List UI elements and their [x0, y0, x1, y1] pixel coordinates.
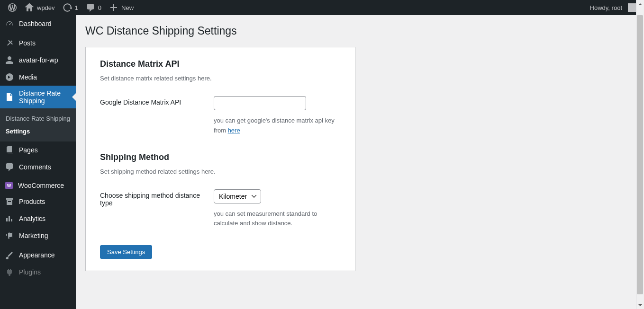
- sidebar-item-dashboard[interactable]: Dashboard: [0, 15, 76, 32]
- section-desc: Set distance matrix related settings her…: [100, 75, 341, 82]
- comment-icon: [86, 3, 95, 12]
- pin-icon: [5, 38, 14, 48]
- update-icon: [63, 3, 72, 12]
- site-name-label: wpdev: [37, 4, 55, 11]
- settings-card: Distance Matrix API Set distance matrix …: [85, 47, 355, 271]
- main-content: WC Distance Shipping Settings Distance M…: [76, 15, 644, 309]
- submenu-item-distance-rate-shipping[interactable]: Distance Rate Shipping: [0, 112, 76, 125]
- scrollbar[interactable]: [636, 0, 644, 309]
- sidebar-item-label: Distance Rate Shipping: [19, 89, 72, 105]
- woocommerce-icon: W: [5, 182, 13, 189]
- admin-bar-left: wpdev 1 0 New: [4, 0, 137, 15]
- sidebar-item-label: Products: [19, 198, 45, 205]
- sidebar-item-label: Comments: [19, 163, 51, 171]
- wp-logo-menu[interactable]: [4, 0, 21, 15]
- dashboard-icon: [5, 19, 14, 28]
- sidebar-item-avatar-for-wp[interactable]: avatar-for-wp: [0, 52, 76, 69]
- sidebar-item-plugins[interactable]: Plugins: [0, 264, 76, 281]
- scrollbar-down-arrow[interactable]: [636, 301, 644, 309]
- google-api-key-input[interactable]: [214, 96, 306, 110]
- admin-bar-right: Howdy, root: [586, 0, 640, 15]
- chart-bar-icon: [5, 214, 14, 223]
- sidebar-item-marketing[interactable]: Marketing: [0, 227, 76, 244]
- admin-sidebar: Dashboard Posts avatar-for-wp Media Dis: [0, 15, 76, 309]
- section-desc: Set shipping method related settings her…: [100, 168, 341, 175]
- section-title-api: Distance Matrix API: [100, 59, 341, 69]
- api-key-link[interactable]: here: [228, 127, 240, 134]
- home-icon: [25, 3, 34, 12]
- form-label-api: Google Distance Matrix API: [100, 96, 204, 106]
- section-title-shipping: Shipping Method: [100, 152, 341, 162]
- sidebar-item-label: Media: [19, 73, 37, 81]
- scrollbar-up-arrow[interactable]: [636, 0, 644, 8]
- sidebar-item-posts[interactable]: Posts: [0, 35, 76, 52]
- sidebar-item-label: Analytics: [19, 215, 45, 222]
- form-row-distance-type: Choose shipping method distance type Kil…: [100, 189, 341, 229]
- new-content-menu[interactable]: New: [105, 0, 137, 15]
- submenu-item-settings[interactable]: Settings: [0, 125, 76, 138]
- sidebar-item-label: Appearance: [19, 251, 55, 259]
- site-name-menu[interactable]: wpdev: [21, 0, 59, 15]
- sidebar-item-distance-rate-shipping[interactable]: Distance Rate Shipping: [0, 86, 76, 108]
- person-icon: [5, 55, 14, 65]
- save-settings-button[interactable]: Save Settings: [100, 245, 152, 259]
- field-help-text: you can set measurement standard to calc…: [214, 209, 341, 229]
- sidebar-item-media[interactable]: Media: [0, 69, 76, 86]
- sidebar-item-label: WooCommerce: [18, 182, 64, 189]
- plugin-icon: [5, 267, 14, 277]
- megaphone-icon: [5, 231, 14, 240]
- brush-icon: [5, 250, 14, 260]
- sidebar-item-label: avatar-for-wp: [19, 56, 58, 64]
- plus-icon: [109, 3, 118, 12]
- archive-icon: [5, 197, 14, 206]
- form-label-distance-type: Choose shipping method distance type: [100, 189, 204, 207]
- my-account-menu[interactable]: Howdy, root: [586, 0, 640, 15]
- form-row-api-key: Google Distance Matrix API you can get g…: [100, 96, 341, 136]
- sidebar-item-label: Pages: [19, 146, 38, 154]
- page-icon: [5, 92, 14, 102]
- admin-bar: wpdev 1 0 New Howdy, root: [0, 0, 644, 15]
- distance-type-select[interactable]: Kilometer: [214, 189, 261, 203]
- sidebar-item-appearance[interactable]: Appearance: [0, 247, 76, 264]
- sidebar-item-products[interactable]: Products: [0, 193, 76, 210]
- howdy-label: Howdy, root: [590, 4, 622, 11]
- sidebar-item-woocommerce[interactable]: W WooCommerce: [0, 178, 76, 193]
- sidebar-item-label: Marketing: [19, 232, 48, 239]
- submenu: Distance Rate Shipping Settings: [0, 108, 76, 141]
- avatar: [628, 3, 636, 12]
- updates-count: 1: [75, 4, 78, 11]
- updates-menu[interactable]: 1: [59, 0, 82, 15]
- form-field: you can get google's distance matrix api…: [214, 96, 341, 136]
- new-label: New: [121, 4, 134, 11]
- sidebar-item-label: Plugins: [19, 268, 41, 276]
- comments-icon: [5, 162, 14, 172]
- sidebar-item-comments[interactable]: Comments: [0, 159, 76, 176]
- field-help-text: you can get google's distance matrix api…: [214, 116, 341, 136]
- sidebar-item-analytics[interactable]: Analytics: [0, 210, 76, 227]
- comments-count: 0: [98, 4, 101, 11]
- comments-menu[interactable]: 0: [82, 0, 105, 15]
- media-icon: [5, 72, 14, 82]
- pages-icon: [5, 145, 14, 155]
- scrollbar-thumb[interactable]: [637, 15, 643, 294]
- form-field: Kilometer you can set measurement standa…: [214, 189, 341, 229]
- sidebar-item-label: Dashboard: [19, 20, 52, 27]
- sidebar-item-label: Posts: [19, 39, 36, 47]
- sidebar-item-pages[interactable]: Pages: [0, 141, 76, 159]
- page-title: WC Distance Shipping Settings: [85, 25, 635, 37]
- wordpress-icon: [8, 3, 17, 12]
